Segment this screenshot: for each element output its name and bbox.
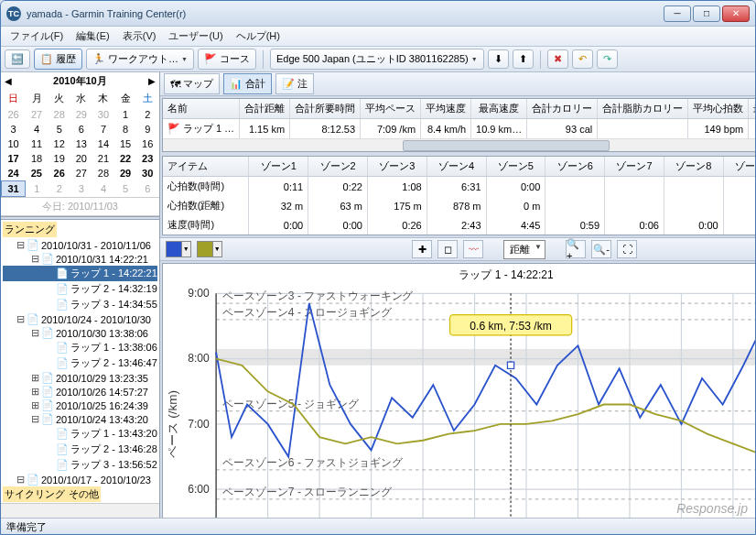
svg-text:9:00: 9:00: [188, 287, 210, 300]
tree-item[interactable]: 📄ラップ 2 - 13:46:28: [3, 442, 157, 457]
right-pane: 🗺 マップ 📊 合計 📝 注 名前合計距離合計所要時間平均ペース平均速度最高速度…: [160, 72, 756, 518]
undo-button[interactable]: ↶: [572, 49, 593, 69]
close-button[interactable]: ✕: [722, 5, 750, 22]
tree-item[interactable]: ⊞📄2010/10/29 13:23:35: [3, 371, 157, 385]
tree-item[interactable]: 📄ラップ 2 - 13:46:47: [3, 355, 157, 371]
svg-text:7:00: 7:00: [188, 418, 210, 431]
tree-item[interactable]: 📄ラップ 1 - 13:43:20: [3, 426, 157, 442]
tree-item[interactable]: 📄ラップ 2 - 14:32:19: [3, 281, 157, 297]
summary-grid: 名前合計距離合計所要時間平均ペース平均速度最高速度合計カロリー合計脂肪カロリー平…: [162, 98, 756, 152]
tab-map[interactable]: 🗺 マップ: [164, 73, 220, 94]
menu-help[interactable]: ヘルプ(H): [231, 27, 286, 46]
crosshair-icon[interactable]: ✚: [412, 240, 432, 258]
tree-root[interactable]: ランニング: [3, 222, 57, 237]
chart-toolbar: ▼ ▼ ✚ ◻ 〰 距離 🔍+ 🔍- ⛶ ▾: [160, 237, 756, 261]
menu-user[interactable]: ユーザー(U): [163, 27, 228, 46]
tree-item[interactable]: ⊞📄2010/10/25 16:24:39: [3, 399, 157, 412]
maximize-button[interactable]: □: [693, 5, 720, 22]
tree-item[interactable]: 📄ラップ 1 - 14:22:21: [3, 266, 157, 281]
sync-down-button[interactable]: ⬇: [488, 49, 509, 69]
zoom-in-icon[interactable]: 🔍+: [566, 240, 586, 258]
left-pane: ◀ 2010年10月 ▶ 日月火水木金土 2627282930123456789…: [1, 72, 160, 518]
summary-scrollbar[interactable]: [163, 138, 756, 151]
chart-area[interactable]: ラップ 1 - 14:22:21 0.00.10.20.30.40.50.60.…: [162, 263, 756, 535]
minimize-button[interactable]: ─: [664, 5, 691, 22]
svg-text:8:00: 8:00: [188, 352, 210, 365]
redo-button[interactable]: ↷: [597, 49, 618, 69]
window-title: yamada - Garmin Training Center(r): [27, 8, 664, 19]
svg-text:ペースゾーン6 - ファストジョギング: ペースゾーン6 - ファストジョギング: [222, 456, 403, 469]
tree-scrollbar[interactable]: [1, 503, 159, 518]
tree-item[interactable]: ⊟📄2010/10/24 13:43:20: [3, 412, 157, 426]
menu-edit[interactable]: 編集(E): [70, 27, 115, 46]
x-axis-select[interactable]: 距離: [503, 240, 545, 259]
svg-text:ペース (/km): ペース (/km): [165, 390, 178, 458]
tree-item[interactable]: ⊟📄2010/10/24 - 2010/10/30: [3, 312, 157, 326]
delete-button[interactable]: ✖: [547, 49, 568, 69]
tree-item[interactable]: ⊟📄2010/10/31 - 2010/11/06: [3, 238, 157, 252]
svg-text:ペースゾーン3 - ファストウォーキング: ペースゾーン3 - ファストウォーキング: [222, 289, 414, 302]
toolbar: 🔙 📋 履歴 🏃 ワークアウト… ▼ 🚩 コース Edge 500 Japan …: [1, 47, 755, 72]
tab-total[interactable]: 📊 合計: [223, 73, 272, 94]
menu-view[interactable]: 表示(V): [117, 27, 162, 46]
app-icon: TC: [6, 6, 21, 21]
marker-icon[interactable]: ◻: [437, 240, 458, 258]
menu-bar: ファイル(F) 編集(E) 表示(V) ユーザー(U) ヘルプ(H): [1, 27, 755, 47]
tree-item[interactable]: ⊟📄2010/10/30 13:38:06: [3, 326, 157, 340]
color-pick-2[interactable]: ▼: [197, 241, 222, 257]
menu-file[interactable]: ファイル(F): [5, 27, 69, 46]
view-tabs: 🗺 マップ 📊 合計 📝 注: [160, 72, 756, 96]
tree-item[interactable]: 📄ラップ 3 - 13:56:52: [3, 457, 157, 473]
back-button[interactable]: 🔙: [5, 49, 30, 69]
svg-text:ペースゾーン7 - スローランニング: ペースゾーン7 - スローランニング: [222, 486, 392, 498]
fit-icon[interactable]: ⛶: [617, 240, 637, 258]
calendar[interactable]: 日月火水木金土 26272829301234567891011121314151…: [1, 90, 159, 197]
tree-item[interactable]: ⊞📄2010/10/26 14:57:27: [3, 385, 157, 399]
tree-item[interactable]: ⊟📄2010/10/31 14:22:21: [3, 252, 157, 266]
activity-tree[interactable]: ランニング⊟📄2010/10/31 - 2010/11/06⊟📄2010/10/…: [1, 220, 159, 503]
cal-prev[interactable]: ◀: [5, 76, 12, 86]
svg-text:0.6 km, 7:53 /km: 0.6 km, 7:53 /km: [470, 320, 551, 333]
zoom-out-icon[interactable]: 🔍-: [591, 240, 611, 258]
course-button[interactable]: 🚩 コース: [198, 49, 256, 70]
svg-rect-0: [216, 349, 756, 366]
tree-item[interactable]: ⊟📄2010/10/17 - 2010/10/23: [3, 473, 157, 486]
tab-note[interactable]: 📝 注: [275, 73, 314, 94]
tree-item[interactable]: 📄ラップ 1 - 13:38:06: [3, 340, 157, 355]
chart-title: ラップ 1 - 14:22:21: [163, 264, 756, 287]
cal-title: 2010年10月: [53, 74, 107, 88]
title-bar: TC yamada - Garmin Training Center(r) ─ …: [1, 1, 755, 27]
status-bar: 準備完了: [1, 518, 755, 534]
smooth-icon[interactable]: 〰: [463, 240, 483, 258]
zones-grid: アイテムゾーン1ゾーン2ゾーン3ゾーン4ゾーン5ゾーン6ゾーン7ゾーン8ゾーン9…: [162, 156, 756, 235]
sync-up-button[interactable]: ⬆: [513, 49, 534, 69]
history-button[interactable]: 📋 履歴: [34, 49, 82, 70]
device-dropdown[interactable]: Edge 500 Japan (ユニットID 3801162285) ▼: [270, 49, 484, 70]
color-pick-1[interactable]: ▼: [166, 241, 191, 257]
svg-text:6:00: 6:00: [188, 483, 210, 496]
svg-rect-52: [507, 362, 513, 368]
tree-item[interactable]: 📄ラップ 3 - 14:34:55: [3, 297, 157, 312]
workout-button[interactable]: 🏃 ワークアウト… ▼: [86, 49, 194, 70]
today-label[interactable]: 今日: 2010/11/03: [1, 197, 159, 216]
cal-next[interactable]: ▶: [148, 76, 156, 86]
